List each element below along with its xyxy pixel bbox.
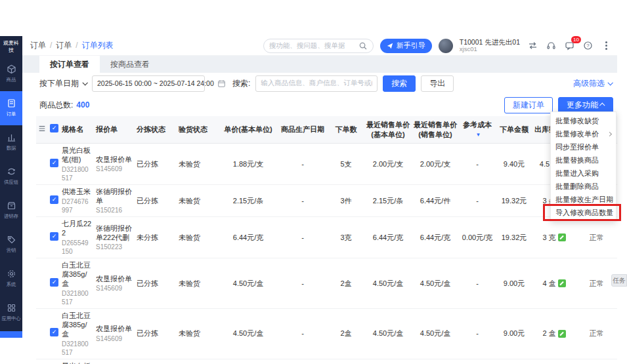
col-sort-status: 分拣状态 (135, 123, 177, 136)
date-type-dropdown[interactable]: 按下单日期 (39, 78, 87, 89)
col-order-amount: 下单金额 (496, 123, 532, 136)
chevron-up-icon (599, 102, 605, 108)
app-window: 观麦科技 商品 订单 数据 供应链 (0, 36, 617, 338)
spec-name[interactable]: 白玉北豆腐385g/盒 (62, 311, 92, 339)
table-row[interactable]: 晨光白板笔(细) D321800517 农垦报价单 S145609 已分拣 未验… (36, 144, 617, 185)
edit-icon[interactable] (558, 279, 566, 287)
menu-item-label: 批量进入采购 (555, 169, 599, 178)
date-range-input[interactable]: 2025-06-15 00:00 ~ 2025-07-14 24:00 (92, 75, 205, 92)
row-checkbox[interactable] (50, 159, 58, 167)
order-qty: 5支 (328, 157, 364, 171)
order-amount: 9.00元 (496, 277, 532, 290)
sidebar-item-data[interactable]: 数据 (0, 125, 22, 159)
sidebar-footer-accent[interactable] (0, 331, 22, 338)
menu-item-batch-replace[interactable]: 批量替换商品 (551, 153, 616, 167)
prod-date: - (278, 277, 328, 290)
menu-item-batch-delete[interactable]: 批量删除商品 (551, 180, 616, 193)
spec-name[interactable]: 晨光白板笔(细) (62, 146, 92, 165)
table-row[interactable]: 供港玉米 D274676997 张德明报价单 S150216 已分拣 未验货 2… (36, 185, 617, 218)
help-icon[interactable]: ? (582, 40, 594, 52)
menu-item-label: 批量修改缺货 (555, 116, 599, 126)
menu-item-label: 同步至报价单 (555, 142, 599, 152)
recent-base-price: 2.00元/支 (364, 157, 412, 171)
chevron-down-icon (607, 80, 613, 85)
edit-icon[interactable] (558, 233, 566, 241)
sidebar-item-goods[interactable]: 商品 (0, 57, 22, 91)
row-checkbox[interactable] (50, 328, 58, 336)
spec-name[interactable]: 晨光白板笔(细) (62, 361, 92, 364)
filter-search-input[interactable]: 输入商品信息、商户信息、订单号或(商品、商户 (255, 75, 378, 92)
more-icon[interactable] (600, 40, 612, 52)
table-row[interactable]: 七月瓜222 D265549150 张德明报价单222代删 S150223 未分… (36, 217, 617, 258)
headset-icon[interactable] (545, 40, 557, 52)
sidebar-item-orders[interactable]: 订单 (0, 91, 22, 125)
guide-button[interactable]: 新手引导 (380, 39, 432, 53)
sidebar-item-label: 系统 (7, 281, 16, 288)
sort-status: 已分拣 (135, 194, 177, 207)
menu-item-batch-purchase[interactable]: 批量进入采购 (551, 167, 616, 180)
edit-icon[interactable] (558, 330, 566, 338)
row-checkbox[interactable] (50, 232, 58, 241)
message-icon[interactable]: 10 (563, 40, 575, 52)
chevron-down-icon (82, 80, 87, 85)
row-select (48, 157, 60, 171)
spec-name[interactable]: 供港玉米 (62, 187, 92, 196)
search-button[interactable]: 搜索 (383, 75, 416, 92)
export-button[interactable]: 导出 (421, 75, 454, 92)
search-icon[interactable] (358, 41, 368, 51)
col-ref-cost-label: 参考成本 (463, 121, 492, 129)
table-row[interactable]: 晨光白板笔(细) D3218005 农垦报价单 S145609 未分拣 未验货 … (36, 359, 617, 364)
table-row[interactable]: 白玉北豆腐385g/盒 D321800517 农垦报价单 S145609 已分拣… (36, 258, 617, 309)
sidebar-item-app-center[interactable]: 应用中心 (0, 296, 22, 330)
select-all-checkbox[interactable] (50, 124, 58, 132)
global-search-input[interactable]: 搜功能、搜问题、搜单据 (263, 39, 374, 53)
spec-name[interactable]: 白玉北豆腐385g/盒 (62, 260, 92, 289)
menu-item-batch-stockout[interactable]: 批量修改缺货 (551, 114, 616, 127)
col-drag-handle[interactable] (36, 123, 48, 136)
check-status: 未验货 (177, 194, 219, 207)
table-body: 晨光白板笔(细) D321800517 农垦报价单 S145609 已分拣 未验… (36, 144, 617, 364)
row-select (48, 193, 60, 208)
prod-date: - (278, 157, 328, 171)
sidebar-item-supply-chain[interactable]: 供应链 (0, 159, 22, 193)
col-quote: 报价单 (94, 123, 135, 136)
notification-badge: 10 (571, 36, 581, 43)
ref-cost: - (459, 327, 496, 340)
more-actions-button[interactable]: 更多功能 (558, 97, 613, 113)
breadcrumb-item[interactable]: 订单 (30, 40, 46, 51)
ref-cost: - (459, 157, 496, 171)
task-tab[interactable]: 任务 (611, 274, 627, 287)
row-checkbox[interactable] (50, 278, 58, 287)
menu-item-batch-prod-date[interactable]: 批量修改生产日期 (551, 193, 616, 206)
ref-cost: - (459, 277, 496, 290)
col-recent-base-price: 最近销售单价 (基本单位) (364, 118, 412, 141)
sidebar-item-marketing[interactable]: 营销 (0, 228, 22, 262)
status: 正常 (576, 327, 617, 340)
spec-code: D274676997 (62, 197, 92, 214)
quote-name: 张德明报价单 (96, 187, 133, 206)
menu-item-sync-quote[interactable]: 同步至报价单 (551, 140, 616, 153)
tab-by-order[interactable]: 按订单查看 (39, 56, 100, 73)
summary-bar: 商品总数: 400 新建订单 更多功能 (22, 94, 617, 116)
new-order-button[interactable]: 新建订单 (504, 97, 553, 113)
user-info[interactable]: T10001 先进先出01 xjsc01 (460, 38, 520, 53)
prod-date: - (278, 194, 328, 207)
sidebar-item-system[interactable]: 系统 (0, 262, 22, 296)
summary-actions: 新建订单 更多功能 (504, 97, 613, 113)
more-actions-label: 更多功能 (567, 100, 598, 111)
filter-caret-icon[interactable]: ▼ (476, 132, 481, 138)
menu-item-import-modify-qty[interactable]: 导入修改商品数量 (551, 206, 616, 219)
table-row[interactable]: 白玉北豆腐385g/盒 D321800517 农垦报价单 S145609 已分拣… (36, 309, 617, 359)
sidebar-item-label: 商品 (7, 77, 16, 83)
swap-icon[interactable] (527, 40, 538, 52)
avatar[interactable] (439, 39, 453, 53)
row-checkbox[interactable] (50, 195, 58, 204)
breadcrumb-item[interactable]: 订单 (46, 40, 72, 51)
grid-icon (7, 303, 16, 313)
row-handle (36, 332, 48, 336)
menu-item-batch-price[interactable]: 批量修改单价 (551, 127, 616, 140)
spec-name[interactable]: 七月瓜222 (62, 219, 92, 238)
sidebar-item-inventory[interactable]: 进销存 (0, 193, 22, 228)
tab-by-product[interactable]: 按商品查看 (100, 56, 160, 73)
advanced-filter-link[interactable]: 高级筛选 (573, 78, 612, 89)
